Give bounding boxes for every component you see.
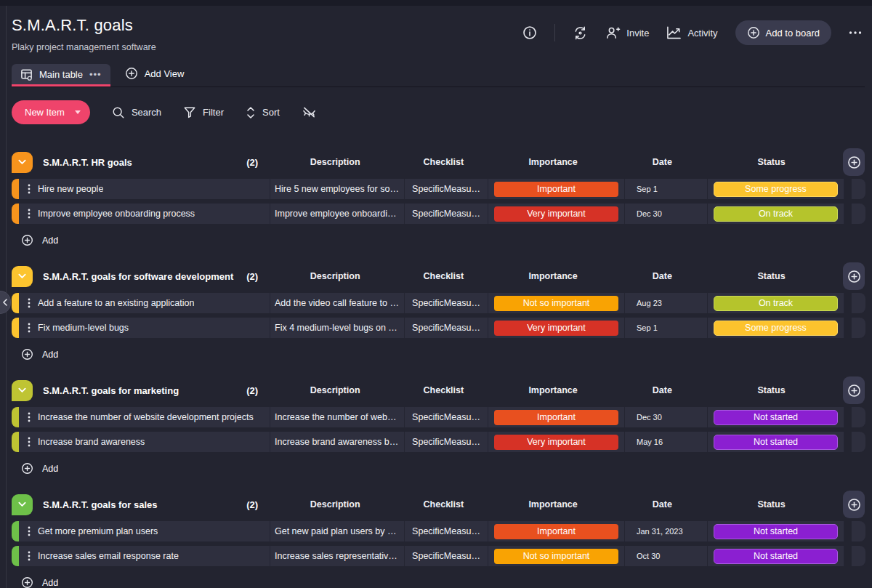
description-cell[interactable]: Increase sales representatives…	[270, 546, 404, 566]
new-item-dropdown-caret[interactable]	[75, 110, 81, 114]
importance-cell[interactable]: Not so important	[488, 293, 624, 313]
tab-options-icon[interactable]: •••	[89, 69, 102, 80]
item-name-cell[interactable]: Increase the number of website developme…	[19, 407, 270, 427]
date-cell[interactable]: Aug 23	[624, 293, 707, 313]
board-sync-button[interactable]	[573, 25, 588, 41]
row-menu-icon[interactable]	[19, 526, 38, 536]
importance-cell[interactable]: Important	[488, 521, 624, 541]
add-item-button[interactable]: Add	[12, 342, 77, 365]
row-menu-icon[interactable]	[19, 437, 38, 447]
column-header[interactable]: Date	[621, 271, 703, 281]
hide-columns-button[interactable]	[302, 105, 317, 119]
item-name-cell[interactable]: Add a feature to an existing application	[19, 293, 270, 313]
item-name-cell[interactable]: Improve employee onboarding process	[19, 204, 270, 224]
date-cell[interactable]: Oct 30	[624, 546, 707, 566]
status-cell[interactable]: Not started	[707, 432, 844, 452]
date-cell[interactable]: May 16	[624, 432, 707, 452]
date-cell[interactable]: Sep 1	[624, 318, 707, 338]
status-cell[interactable]: Some progress	[707, 179, 844, 199]
invite-button[interactable]: Invite	[605, 25, 649, 40]
search-button[interactable]: Search	[112, 106, 161, 119]
column-header[interactable]: Date	[621, 385, 703, 395]
table-row[interactable]: Hire new people Hire 5 new employees for…	[12, 179, 865, 199]
date-cell[interactable]: Dec 30	[624, 407, 707, 427]
status-cell[interactable]: On track	[707, 204, 844, 224]
checklist-cell[interactable]: SpecificMeasu…	[404, 204, 488, 224]
column-header[interactable]: Description	[268, 157, 402, 167]
row-menu-icon[interactable]	[19, 323, 38, 333]
column-header[interactable]: Description	[268, 271, 402, 281]
row-menu-icon[interactable]	[19, 412, 38, 422]
group-collapse-button[interactable]	[12, 380, 33, 401]
add-column-button[interactable]	[843, 148, 865, 176]
description-cell[interactable]: Fix 4 medium-level bugs on yo…	[270, 318, 404, 338]
table-row[interactable]: Fix medium-level bugs Fix 4 medium-level…	[12, 318, 865, 338]
group-title[interactable]: S.M.A.R.T. goals for sales	[43, 499, 158, 510]
importance-badge[interactable]: Important	[494, 410, 618, 425]
table-row[interactable]: Increase sales email response rate Incre…	[12, 546, 865, 566]
group-collapse-button[interactable]	[12, 494, 33, 515]
group-title[interactable]: S.M.A.R.T. HR goals	[43, 157, 132, 168]
checklist-cell[interactable]: SpecificMeasu…	[404, 318, 488, 338]
sort-button[interactable]: Sort	[246, 106, 280, 119]
column-header[interactable]: Importance	[485, 385, 621, 395]
checklist-cell[interactable]: SpecificMeasu…	[404, 293, 488, 313]
board-info-button[interactable]	[522, 25, 537, 40]
date-cell[interactable]: Dec 30	[624, 204, 707, 224]
item-name-cell[interactable]: Hire new people	[19, 179, 270, 199]
table-row[interactable]: Increase the number of website developme…	[12, 407, 865, 427]
item-name-cell[interactable]: Fix medium-level bugs	[19, 318, 270, 338]
importance-badge[interactable]: Not so important	[494, 296, 618, 311]
column-header[interactable]: Date	[621, 499, 703, 510]
item-name-cell[interactable]: Increase brand awareness	[19, 432, 270, 452]
add-item-button[interactable]: Add	[12, 456, 77, 479]
row-menu-icon[interactable]	[19, 298, 38, 308]
table-row[interactable]: Improve employee onboarding process Impr…	[12, 204, 865, 224]
item-name-cell[interactable]: Increase sales email response rate	[19, 546, 270, 566]
group-title[interactable]: S.M.A.R.T. goals for marketing	[43, 385, 179, 396]
date-cell[interactable]: Sep 1	[624, 179, 707, 199]
status-cell[interactable]: Not started	[707, 407, 844, 427]
column-header[interactable]: Description	[268, 385, 402, 395]
column-header[interactable]: Importance	[485, 499, 621, 510]
importance-badge[interactable]: Very important	[494, 435, 618, 450]
importance-cell[interactable]: Important	[488, 179, 624, 199]
add-column-button[interactable]	[843, 262, 865, 290]
column-header[interactable]: Description	[268, 499, 402, 510]
description-cell[interactable]: Increase the number of websit…	[270, 407, 404, 427]
importance-cell[interactable]: Important	[488, 407, 624, 427]
add-column-button[interactable]	[843, 491, 865, 518]
column-header[interactable]: Status	[703, 385, 839, 395]
table-row[interactable]: Get more premium plan users Get new paid…	[12, 521, 865, 541]
filter-button[interactable]: Filter	[183, 106, 224, 118]
column-header[interactable]: Importance	[485, 271, 621, 281]
status-badge[interactable]: Not started	[714, 524, 838, 539]
description-cell[interactable]: Get new paid plan users by co…	[270, 521, 404, 541]
importance-cell[interactable]: Very important	[488, 318, 624, 338]
column-header[interactable]: Checklist	[402, 385, 485, 395]
table-row[interactable]: Add a feature to an existing application…	[12, 293, 865, 313]
importance-cell[interactable]: Very important	[488, 204, 624, 224]
column-header[interactable]: Checklist	[402, 499, 485, 510]
importance-badge[interactable]: Important	[494, 182, 618, 197]
column-header[interactable]: Importance	[485, 157, 621, 167]
status-cell[interactable]: Some progress	[707, 318, 844, 338]
description-cell[interactable]: Add the video call feature to t…	[270, 293, 404, 313]
checklist-cell[interactable]: SpecificMeasu…	[404, 521, 488, 541]
checklist-cell[interactable]: SpecificMeasu…	[404, 407, 488, 427]
status-badge[interactable]: Not started	[714, 435, 838, 450]
column-header[interactable]: Status	[703, 499, 839, 510]
column-header[interactable]: Date	[621, 157, 703, 167]
checklist-cell[interactable]: SpecificMeasu…	[404, 432, 488, 452]
status-badge[interactable]: Not started	[714, 549, 838, 564]
group-collapse-button[interactable]	[12, 266, 33, 287]
description-cell[interactable]: Improve employee onboarding…	[270, 204, 404, 224]
description-cell[interactable]: Increase brand awareness by …	[270, 432, 404, 452]
status-cell[interactable]: Not started	[707, 546, 844, 566]
importance-cell[interactable]: Very important	[488, 432, 624, 452]
column-header[interactable]: Checklist	[402, 271, 485, 281]
status-cell[interactable]: Not started	[707, 521, 844, 541]
add-item-button[interactable]: Add	[12, 228, 77, 251]
add-column-button[interactable]	[843, 376, 865, 404]
status-badge[interactable]: Some progress	[714, 182, 838, 197]
